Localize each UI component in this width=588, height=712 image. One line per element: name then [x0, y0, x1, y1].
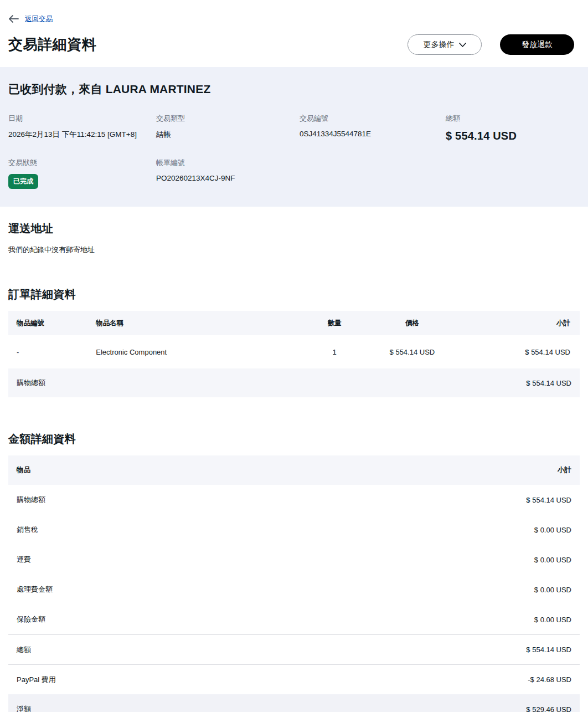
column-header-subtotal: 小計: [558, 465, 571, 475]
amount-row-purchase-total: 購物總額 $ 554.14 USD: [8, 485, 580, 515]
amount-row-label: 購物總額: [17, 495, 45, 505]
field-status: 交易狀態 已完成: [8, 158, 156, 189]
amount-row-insurance: 保險金額 $ 0.00 USD: [8, 605, 580, 634]
transaction-summary: 已收到付款，來自 LAURA MARTINEZ 日期 2026年2月13日 下午…: [0, 67, 588, 207]
field-transaction-id: 交易編號 0SJ41334J5544781E: [300, 114, 446, 142]
field-total: 總額 $ 554.14 USD: [446, 114, 580, 142]
order-details-heading: 訂單詳細資料: [8, 287, 580, 302]
field-total-label: 總額: [446, 114, 580, 124]
field-transaction-id-label: 交易編號: [300, 114, 446, 124]
field-date-value: 2026年2月13日 下午11:42:15 [GMT+8]: [8, 130, 156, 140]
purchase-total-value: $ 554.14 USD: [526, 379, 571, 387]
column-header-quantity: 數量: [307, 319, 362, 328]
amount-details-section: 金額詳細資料 物品 小計 購物總額 $ 554.14 USD 銷售稅 $ 0.0…: [0, 432, 588, 712]
field-transaction-type: 交易類型 結帳: [156, 114, 300, 142]
field-status-label: 交易狀態: [8, 158, 156, 168]
amount-row-label: 總額: [17, 645, 31, 655]
amount-row-label: 淨額: [17, 704, 31, 712]
amount-row-value: $ 0.00 USD: [534, 586, 571, 594]
shipping-address-section: 運送地址 我們的紀錄中沒有郵寄地址: [0, 221, 588, 255]
amount-row-sales-tax: 銷售稅 $ 0.00 USD: [8, 515, 580, 545]
amount-table-header-row: 物品 小計: [8, 455, 580, 485]
status-badge: 已完成: [8, 174, 38, 189]
field-invoice-id: 帳單編號 PO20260213X4CJ-9NF: [156, 158, 300, 189]
column-header-item-number: 物品編號: [17, 319, 96, 328]
field-invoice-id-label: 帳單編號: [156, 158, 300, 168]
amount-row-value: $ 554.14 USD: [526, 496, 571, 504]
amount-row-label: 保險金額: [17, 614, 45, 624]
shipping-address-note: 我們的紀錄中沒有郵寄地址: [8, 245, 580, 255]
field-date: 日期 2026年2月13日 下午11:42:15 [GMT+8]: [8, 114, 156, 142]
field-transaction-type-value: 結帳: [156, 130, 300, 140]
column-header-subtotal: 小計: [462, 319, 571, 328]
amount-row-value: $ 529.46 USD: [526, 705, 571, 712]
page-header: 返回交易 交易詳細資料 更多操作 發放退款: [0, 0, 588, 67]
amount-row-shipping: 運費 $ 0.00 USD: [8, 545, 580, 575]
amount-row-label: 處理費金額: [17, 585, 53, 595]
amount-row-label: 銷售稅: [17, 525, 38, 535]
amount-row-value: $ 0.00 USD: [534, 556, 571, 564]
amount-row-total: 總額 $ 554.14 USD: [8, 634, 580, 664]
field-invoice-id-value: PO20260213X4CJ-9NF: [156, 174, 300, 182]
order-details-section: 訂單詳細資料 物品編號 物品名稱 數量 價格 小計 - Electronic C…: [0, 287, 588, 397]
order-item-subtotal: $ 554.14 USD: [462, 348, 571, 356]
order-item-quantity: 1: [307, 348, 362, 356]
field-total-value: $ 554.14 USD: [446, 130, 580, 142]
payment-received-heading: 已收到付款，來自 LAURA MARTINEZ: [8, 81, 580, 97]
shipping-address-heading: 運送地址: [8, 221, 580, 236]
column-header-item: 物品: [17, 465, 30, 475]
back-to-transactions-link[interactable]: 返回交易: [25, 14, 53, 24]
column-header-item-name: 物品名稱: [96, 319, 307, 328]
amount-row-value: $ 0.00 USD: [534, 526, 571, 534]
field-transaction-type-label: 交易類型: [156, 114, 300, 124]
amount-row-label: PayPal 費用: [17, 675, 56, 685]
amount-row-value: -$ 24.68 USD: [528, 675, 571, 684]
order-table-row: - Electronic Component 1 $ 554.14 USD $ …: [8, 335, 580, 368]
order-item-name: Electronic Component: [96, 348, 307, 356]
amount-details-table: 物品 小計 購物總額 $ 554.14 USD 銷售稅 $ 0.00 USD 運…: [8, 455, 580, 712]
field-transaction-id-value: 0SJ41334J5544781E: [300, 130, 446, 138]
issue-refund-button[interactable]: 發放退款: [500, 34, 574, 55]
amount-row-label: 運費: [17, 555, 31, 565]
order-table-footer-row: 購物總額 $ 554.14 USD: [8, 368, 580, 397]
column-header-price: 價格: [362, 319, 462, 328]
amount-row-handling-fee: 處理費金額 $ 0.00 USD: [8, 575, 580, 605]
amount-details-heading: 金額詳細資料: [8, 432, 580, 447]
chevron-down-icon: [459, 43, 466, 47]
page-title: 交易詳細資料: [8, 35, 96, 54]
more-actions-label: 更多操作: [424, 40, 455, 50]
amount-row-value: $ 554.14 USD: [526, 646, 571, 654]
more-actions-button[interactable]: 更多操作: [408, 34, 482, 55]
amount-row-net: 淨額 $ 529.46 USD: [8, 694, 580, 712]
order-table-header-row: 物品編號 物品名稱 數量 價格 小計: [8, 311, 580, 335]
order-item-number: -: [17, 348, 96, 356]
amount-row-paypal-fee: PayPal 費用 -$ 24.68 USD: [8, 664, 580, 694]
purchase-total-label: 購物總額: [17, 378, 45, 388]
back-arrow-icon[interactable]: [8, 13, 19, 24]
field-date-label: 日期: [8, 114, 156, 124]
order-item-price: $ 554.14 USD: [362, 348, 462, 356]
order-details-table: 物品編號 物品名稱 數量 價格 小計 - Electronic Componen…: [8, 311, 580, 397]
amount-row-value: $ 0.00 USD: [534, 616, 571, 624]
